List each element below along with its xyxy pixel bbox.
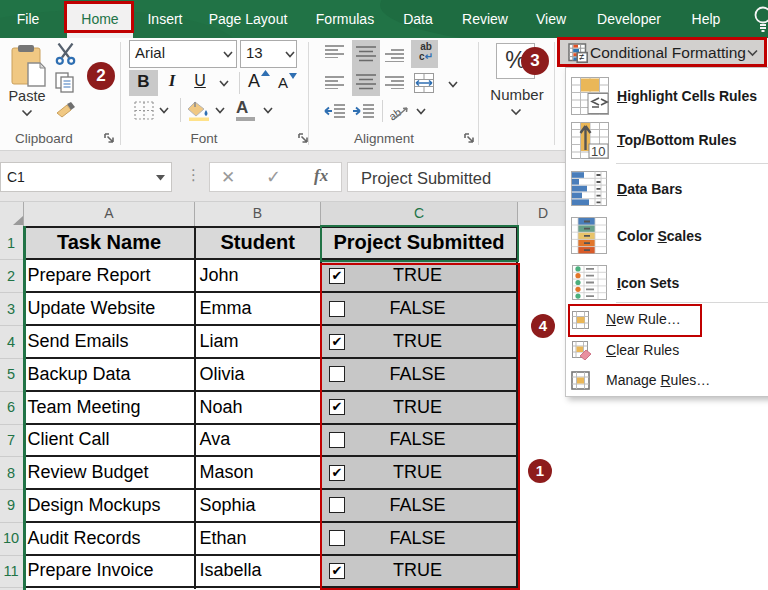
svg-text:10: 10: [591, 144, 605, 159]
